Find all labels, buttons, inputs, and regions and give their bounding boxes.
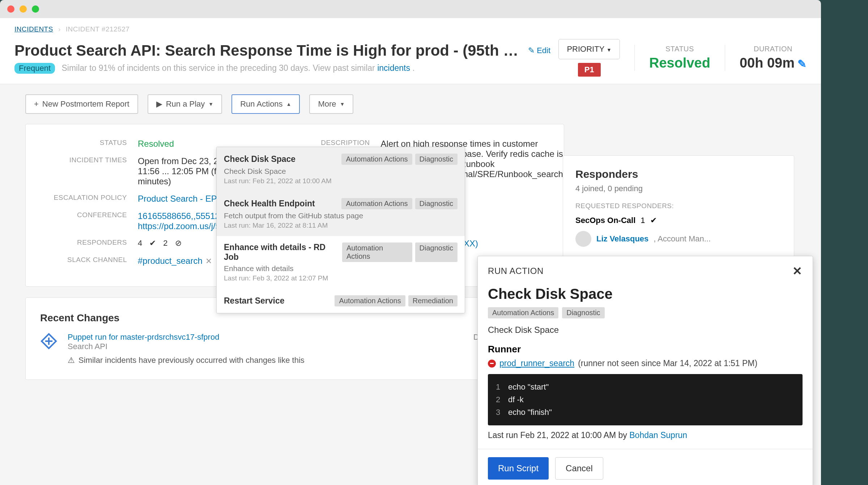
recent-changes-title: Recent Changes [40, 312, 119, 323]
window-titlebar [0, 0, 821, 18]
caret-down-icon: ▼ [340, 101, 345, 107]
check-circle-icon: ✔ [149, 239, 156, 248]
change-warning: ⚠Similar incidents have previously occur… [68, 356, 463, 365]
run-action-modal: RUN ACTION ✕ Check Disk Space Automation… [477, 256, 813, 485]
breadcrumb-root[interactable]: INCIDENTS [14, 25, 53, 33]
breadcrumb-current: INCIDENT #212527 [66, 25, 130, 33]
avatar [575, 231, 591, 247]
check-circle-icon: ✔ [650, 216, 657, 225]
chevron-right-icon: › [58, 25, 61, 33]
dropdown-item-meta: Last run: Feb 3, 2022 at 12:07 PM [224, 274, 458, 282]
action-tag: Automation Actions [341, 198, 412, 209]
minimize-window-icon[interactable] [20, 5, 27, 13]
new-postmortem-button[interactable]: +New Postmortem Report [25, 94, 138, 114]
dropdown-item-title: Restart Service [224, 296, 285, 306]
close-window-icon[interactable] [7, 5, 14, 13]
more-button[interactable]: More ▼ [309, 94, 353, 114]
breadcrumb: INCIDENTS › INCIDENT #212527 [14, 25, 807, 33]
script-code-block: 1echo "start"2df -k3echo "finish" [488, 374, 803, 425]
action-tag: Automation Actions [341, 154, 412, 165]
change-icon [40, 332, 58, 350]
action-toolbar: +New Postmortem Report ▶Run a Play ▼ Run… [0, 84, 821, 124]
detail-label: DESCRIPTION [272, 139, 370, 147]
change-service: Search API [68, 342, 463, 351]
dropdown-item-desc: Check Disk Space [224, 167, 458, 176]
similar-incidents-link[interactable]: incidents [377, 63, 410, 73]
dropdown-item-title: Check Disk Space [224, 154, 295, 164]
dropdown-item[interactable]: Check Health EndpointAutomation ActionsD… [217, 192, 465, 236]
modal-header-title: RUN ACTION [488, 266, 544, 276]
detail-label: SLACK CHANNEL [40, 256, 127, 264]
detail-label: STATUS [40, 139, 127, 147]
app-root: INCIDENTS › INCIDENT #212527 Product Sea… [0, 18, 821, 485]
warning-icon: ⚠ [68, 356, 75, 365]
change-title-link[interactable]: Puppet run for master-prdsrchsvc17-sfpro… [68, 332, 219, 342]
dropdown-item[interactable]: Check Disk SpaceAutomation ActionsDiagno… [217, 147, 465, 192]
runner-offline-icon [488, 360, 496, 368]
runner-heading: Runner [488, 344, 803, 355]
runner-status-text: (runner not seen since Mar 14, 2022 at 1… [578, 359, 757, 368]
duration-stat: DURATION 00h 09m✎ [725, 45, 807, 71]
similarity-subtext: Frequent Similar to 91% of incidents on … [14, 63, 551, 74]
run-actions-dropdown: Check Disk SpaceAutomation ActionsDiagno… [216, 147, 465, 313]
modal-description: Check Disk Space [488, 325, 803, 335]
dropdown-item-desc: Fetch output from the GitHub status page [224, 211, 458, 220]
dropdown-item[interactable]: Enhance with details - RD JobAutomation … [217, 236, 465, 289]
detail-label: CONFERENCE [40, 211, 127, 219]
last-run-user-link[interactable]: Bohdan Suprun [629, 430, 687, 440]
action-tag: Automation Actions [488, 307, 558, 318]
requested-responders-label: REQUESTED RESPONDERS: [575, 202, 782, 210]
detail-label: INCIDENT TIMES [40, 156, 127, 164]
responders-title: Responders [575, 168, 782, 180]
edit-title-button[interactable]: ✎ Edit [528, 46, 550, 55]
priority-badge: P1 [578, 63, 601, 77]
run-actions-button[interactable]: Run Actions ▲ [231, 94, 300, 114]
plus-icon: + [34, 99, 39, 109]
runner-name-link[interactable]: prod_runner_search [499, 359, 574, 368]
modal-tags: Automation ActionsDiagnostic [488, 307, 803, 318]
caret-down-icon: ▼ [208, 101, 213, 107]
cancel-button[interactable]: Cancel [555, 457, 603, 480]
modal-action-title: Check Disk Space [488, 286, 803, 302]
action-tag: Diagnostic [415, 154, 458, 165]
dropdown-item[interactable]: Restart ServiceAutomation ActionsRemedia… [217, 289, 465, 313]
slack-channel-link[interactable]: #product_search [138, 256, 203, 266]
action-tag: Diagnostic [415, 242, 458, 262]
responder-team-row: SecOps On-Call 1✔ [575, 216, 782, 225]
responders-panel: Responders 4 joined, 0 pending REQUESTED… [563, 155, 794, 259]
escalation-policy-link[interactable]: Product Search - EP [138, 194, 217, 203]
duration-value: 00h 09m [740, 55, 795, 70]
priority-dropdown[interactable]: PRIORITY ▼ [558, 39, 620, 59]
dropdown-item-title: Enhance with details - RD Job [224, 242, 342, 262]
action-tag: Automation Actions [342, 242, 412, 262]
change-row[interactable]: Puppet run for master-prdsrchsvc17-sfpro… [40, 332, 549, 365]
dropdown-item-meta: Last run: Feb 21, 2022 at 10:00 AM [224, 177, 458, 185]
incident-header: INCIDENTS › INCIDENT #212527 Product Sea… [0, 18, 821, 84]
action-tag: Diagnostic [415, 198, 458, 209]
run-script-button[interactable]: Run Script [488, 457, 549, 480]
detail-label: ESCALATION POLICY [40, 194, 127, 202]
responder-person-row[interactable]: Liz Velasques , Account Man... [575, 231, 782, 247]
caret-up-icon: ▲ [286, 101, 292, 107]
close-icon[interactable]: ✕ [792, 264, 803, 278]
play-icon: ▶ [156, 99, 162, 109]
slash-circle-icon: ⊘ [175, 239, 182, 248]
action-tag: Automation Actions [335, 295, 405, 306]
last-run-text: Last run Feb 21, 2022 at 10:00 AM by Boh… [488, 430, 803, 440]
status-stat: STATUS Resolved [634, 45, 710, 71]
dropdown-item-desc: Enhance with details [224, 264, 458, 273]
status-value: Resolved [649, 55, 710, 71]
frequent-badge: Frequent [14, 63, 55, 74]
responders-summary: 4 joined, 0 pending [575, 184, 782, 193]
detail-label: RESPONDERS [40, 239, 127, 246]
responder-name-link[interactable]: Liz Velasques [596, 234, 648, 244]
caret-down-icon: ▼ [607, 47, 612, 53]
close-icon[interactable]: ✕ [205, 257, 212, 266]
dropdown-item-meta: Last run: Mar 16, 2022 at 8:11 AM [224, 222, 458, 229]
page-title: Product Search API: Search Response Time… [14, 42, 521, 59]
run-play-button[interactable]: ▶Run a Play ▼ [148, 94, 222, 114]
maximize-window-icon[interactable] [32, 5, 39, 13]
edit-duration-icon[interactable]: ✎ [797, 58, 807, 70]
dropdown-item-title: Check Health Endpoint [224, 199, 315, 209]
action-tag: Diagnostic [562, 307, 604, 318]
